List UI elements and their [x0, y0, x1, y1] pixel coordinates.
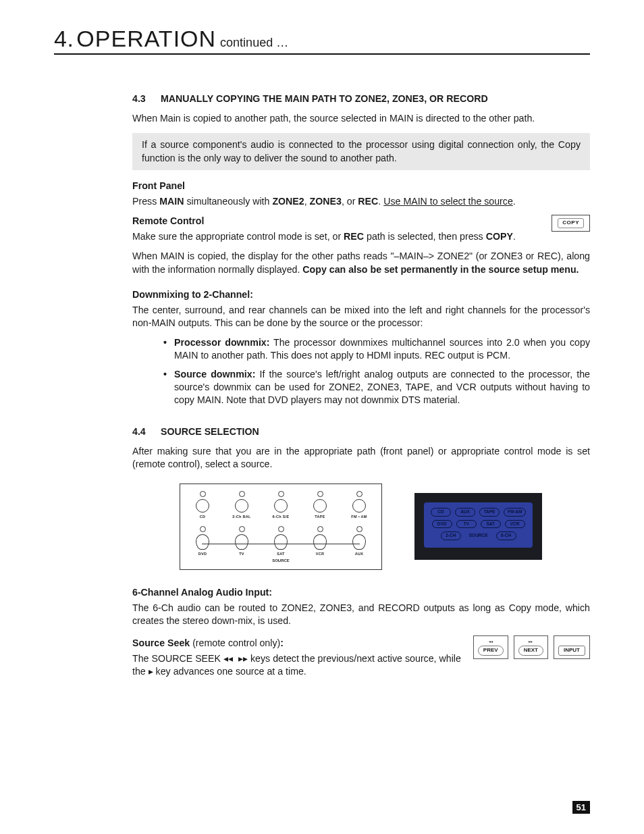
knob-2ch-bal: 2-Ch BAL [232, 491, 252, 519]
front-panel-row2: DVD TV SAT VCR AUX [192, 526, 369, 556]
remote-btn-vcr: VCR [505, 520, 525, 529]
remote-btn-2ch: 2-CH [441, 531, 461, 540]
remote-btn-fmam: FM·AM [504, 508, 526, 517]
remote-row3: 2-CH SOURCE 6-CH [431, 531, 526, 540]
page-number: 51 [572, 801, 590, 814]
six-channel-body: The 6-Ch audio can be routed to ZONE2, Z… [132, 602, 590, 627]
front-panel-figure: CD 2-Ch BAL 6-Ch S/E TAPE FM • AM DVD TV… [180, 484, 382, 570]
section-number: 4.4 [132, 425, 161, 438]
copy-button-graphic: COPY [552, 215, 590, 232]
section-title: MANUALLY COPYING THE MAIN PATH TO ZONE2,… [161, 93, 488, 105]
downmix-body: The center, surround, and rear channels … [132, 304, 590, 330]
knob-cd: CD [192, 491, 213, 519]
page: 4. OPERATION continued … 4.3 MANUALLY CO… [0, 0, 644, 834]
section-4-3-heading: 4.3 MANUALLY COPYING THE MAIN PATH TO ZO… [132, 93, 590, 105]
section-title: SOURCE SELECTION [161, 425, 259, 438]
list-item: Processor downmix: The processor downmix… [161, 336, 590, 362]
source-seek-body: The SOURCE SEEK ◂◂ ▸▸ keys detect the pr… [132, 652, 475, 678]
note-box: If a source component's audio is connect… [132, 133, 590, 170]
knob-tv: TV [232, 526, 252, 556]
knob-dvd: DVD [192, 526, 213, 556]
front-panel-source-label: SOURCE [192, 558, 369, 563]
front-panel-heading: Front Panel [132, 180, 590, 192]
knob-fm-am: FM • AM [349, 491, 369, 519]
remote-btn-dvd: DVD [432, 520, 452, 529]
knob-6ch-se: 6-Ch S/E [271, 491, 291, 519]
downmix-heading: Downmixing to 2-Channel: [132, 288, 590, 301]
knob-aux: AUX [349, 526, 369, 556]
remote-btn-6ch: 6-CH [496, 531, 516, 540]
diagram-row: CD 2-Ch BAL 6-Ch S/E TAPE FM • AM DVD TV… [180, 484, 590, 570]
chapter-title: OPERATION [76, 26, 216, 52]
section-4-4-heading: 4.4 SOURCE SELECTION [132, 425, 590, 438]
remote-row2: DVD TV SAT VCR [431, 520, 526, 529]
knob-vcr: VCR [310, 526, 330, 556]
section-number: 4.3 [132, 93, 161, 105]
prev-label: PREV [478, 646, 504, 656]
next-button-graphic: ▸▸ NEXT [514, 635, 548, 659]
input-button-graphic: INPUT [554, 635, 590, 659]
downmix-list: Processor downmix: The processor downmix… [161, 336, 590, 407]
chapter-continued: continued … [220, 36, 288, 50]
front-panel-instruction: Press MAIN simultaneously with ZONE2, ZO… [132, 195, 590, 208]
section-4-4-intro: After making sure that you are in the ap… [132, 445, 590, 471]
remote-row1: CD AUX TAPE FM·AM [431, 508, 526, 517]
remote-control-instruction: Make sure the appropriate control mode i… [132, 230, 590, 243]
list-item: Source downmix: If the source's left/rig… [161, 368, 590, 407]
remote-btn-sat: SAT [481, 520, 501, 529]
remote-btn-cd: CD [431, 508, 451, 517]
remote-figure: CD AUX TAPE FM·AM DVD TV SAT VCR 2-CH SO… [414, 493, 542, 560]
remote-source-panel: CD AUX TAPE FM·AM DVD TV SAT VCR 2-CH SO… [424, 502, 533, 548]
rewind-icon: ◂◂ [489, 639, 493, 644]
prev-button-graphic: ◂◂ PREV [473, 635, 508, 659]
remote-btn-tape: TAPE [479, 508, 500, 517]
remote-control-heading: Remote Control [132, 215, 590, 228]
knob-sat: SAT [271, 526, 291, 556]
front-panel-row1: CD 2-Ch BAL 6-Ch S/E TAPE FM • AM [192, 491, 369, 519]
remote-btn-aux: AUX [455, 508, 475, 517]
section-4-3-intro: When Main is copied to another path, the… [132, 112, 590, 125]
remote-source-label: SOURCE [469, 533, 488, 539]
six-channel-heading: 6-Channel Analog Audio Input: [132, 586, 590, 599]
page-content: 4.3 MANUALLY COPYING THE MAIN PATH TO ZO… [132, 93, 590, 685]
when-main-copied: When MAIN is copied, the display for the… [132, 250, 590, 276]
chapter-number: 4. [54, 26, 74, 52]
input-label: INPUT [558, 646, 585, 656]
remote-btn-tv: TV [456, 520, 477, 529]
knob-tape: TAPE [310, 491, 330, 519]
copy-button-label: COPY [558, 218, 584, 228]
forward-icon: ▸▸ [529, 639, 533, 644]
next-label: NEXT [518, 646, 543, 656]
seek-buttons-graphic: ◂◂ PREV ▸▸ NEXT INPUT [473, 635, 590, 659]
chapter-header: 4. OPERATION continued … [54, 26, 590, 55]
